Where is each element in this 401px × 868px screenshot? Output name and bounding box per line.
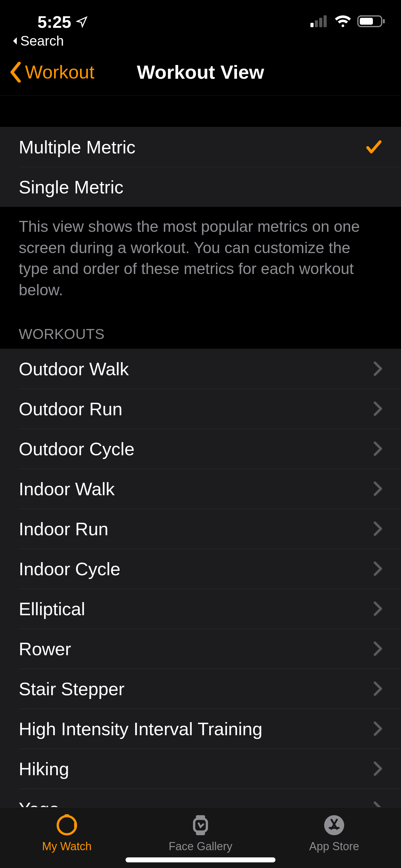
tab-label: App Store bbox=[309, 840, 359, 853]
workout-row-indoor-cycle[interactable]: Indoor Cycle bbox=[0, 549, 401, 589]
metric-options-group: Multiple Metric Single Metric bbox=[0, 127, 401, 207]
workout-row-stair-stepper[interactable]: Stair Stepper bbox=[0, 669, 401, 709]
watch-icon bbox=[56, 814, 78, 836]
tab-label: Face Gallery bbox=[169, 840, 232, 853]
workout-label: Stair Stepper bbox=[19, 678, 125, 699]
svg-rect-5 bbox=[360, 18, 373, 25]
workout-label: Hiking bbox=[19, 758, 69, 779]
nav-bar: Workout Workout View bbox=[0, 49, 401, 96]
home-indicator[interactable] bbox=[126, 857, 275, 862]
workouts-list: Outdoor Walk Outdoor Run Outdoor Cycle I… bbox=[0, 349, 401, 829]
workout-label: Outdoor Run bbox=[19, 398, 123, 419]
workout-label: Indoor Run bbox=[19, 518, 108, 539]
svg-rect-12 bbox=[196, 832, 205, 835]
wifi-icon bbox=[334, 15, 352, 29]
chevron-right-icon bbox=[373, 601, 382, 616]
tab-my-watch[interactable]: My Watch bbox=[0, 807, 134, 868]
svg-rect-3 bbox=[324, 15, 327, 27]
workout-row-elliptical[interactable]: Elliptical bbox=[0, 589, 401, 629]
location-icon bbox=[75, 16, 88, 28]
chevron-right-icon bbox=[373, 762, 382, 776]
workout-row-outdoor-run[interactable]: Outdoor Run bbox=[0, 389, 401, 429]
cellular-icon bbox=[310, 15, 329, 28]
workout-row-indoor-run[interactable]: Indoor Run bbox=[0, 509, 401, 549]
svg-rect-0 bbox=[310, 23, 313, 27]
face-gallery-icon bbox=[190, 814, 211, 836]
workout-label: Elliptical bbox=[19, 598, 85, 619]
chevron-right-icon bbox=[373, 642, 382, 656]
svg-rect-6 bbox=[383, 19, 385, 24]
workout-label: High Intensity Interval Training bbox=[19, 718, 262, 739]
tab-label: My Watch bbox=[42, 840, 92, 853]
workout-row-indoor-walk[interactable]: Indoor Walk bbox=[0, 469, 401, 509]
workout-label: Indoor Walk bbox=[19, 478, 114, 499]
chevron-right-icon bbox=[373, 362, 382, 376]
section-description: This view shows the most popular metrics… bbox=[0, 207, 401, 301]
workout-label: Rower bbox=[19, 638, 71, 659]
chevron-right-icon bbox=[373, 681, 382, 696]
metric-option-label: Multiple Metric bbox=[19, 136, 136, 157]
workout-row-rower[interactable]: Rower bbox=[0, 629, 401, 669]
workouts-section-header: WORKOUTS bbox=[0, 301, 401, 349]
status-time: 5:25 bbox=[37, 12, 71, 32]
battery-icon bbox=[357, 15, 386, 29]
checkmark-icon bbox=[365, 138, 382, 156]
tab-app-store[interactable]: App Store bbox=[267, 807, 401, 868]
workout-row-hiking[interactable]: Hiking bbox=[0, 749, 401, 788]
svg-rect-9 bbox=[65, 814, 69, 817]
chevron-right-icon bbox=[373, 482, 382, 496]
svg-rect-2 bbox=[319, 18, 322, 27]
breadcrumb-back-app[interactable]: Search bbox=[0, 33, 401, 49]
chevron-right-icon bbox=[373, 721, 382, 736]
chevron-right-icon bbox=[373, 402, 382, 416]
breadcrumb-label: Search bbox=[20, 33, 64, 49]
workout-row-hiit[interactable]: High Intensity Interval Training bbox=[0, 709, 401, 749]
chevron-right-icon bbox=[373, 561, 382, 576]
svg-rect-1 bbox=[315, 20, 318, 27]
nav-back-label: Workout bbox=[25, 61, 94, 83]
metric-option-multiple[interactable]: Multiple Metric bbox=[0, 127, 401, 167]
status-right bbox=[310, 15, 386, 29]
workout-label: Outdoor Walk bbox=[19, 359, 129, 379]
svg-rect-8 bbox=[74, 823, 77, 828]
workout-row-outdoor-cycle[interactable]: Outdoor Cycle bbox=[0, 429, 401, 469]
metric-option-label: Single Metric bbox=[19, 177, 123, 197]
workout-label: Outdoor Cycle bbox=[19, 438, 135, 459]
nav-back-button[interactable]: Workout bbox=[0, 61, 94, 83]
app-store-icon bbox=[323, 814, 345, 836]
status-bar: 5:25 bbox=[0, 0, 401, 34]
chevron-right-icon bbox=[373, 522, 382, 536]
workout-row-outdoor-walk[interactable]: Outdoor Walk bbox=[0, 349, 401, 389]
svg-point-7 bbox=[58, 816, 76, 834]
workout-label: Indoor Cycle bbox=[19, 558, 121, 579]
chevron-right-icon bbox=[373, 441, 382, 456]
metric-option-single[interactable]: Single Metric bbox=[0, 167, 401, 207]
